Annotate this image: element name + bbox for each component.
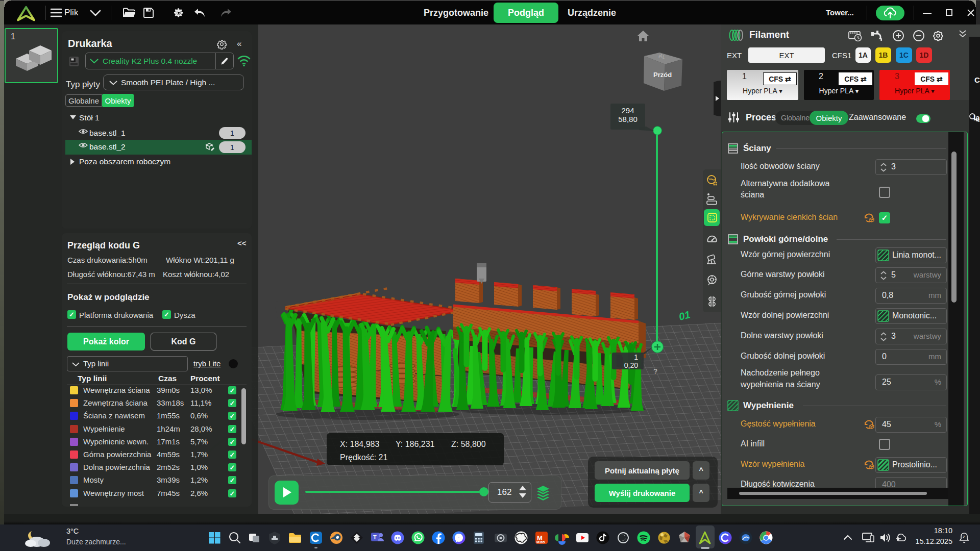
svg-text:T: T: [373, 534, 377, 540]
svg-text:Przód: Przód: [653, 71, 672, 79]
svg-text:M365: M365: [536, 540, 545, 544]
svg-text:Tył: Tył: [658, 54, 665, 59]
svg-text:z: z: [963, 534, 965, 539]
